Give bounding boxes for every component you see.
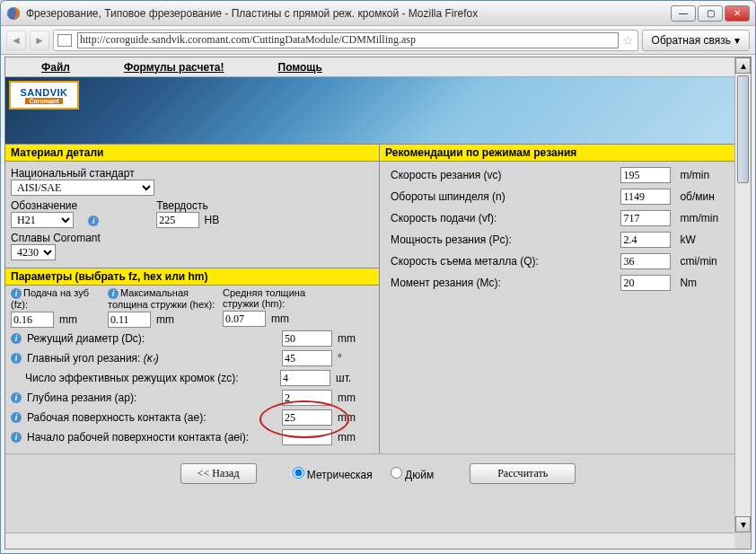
vf-label: Скорость подачи (vf): <box>387 208 615 228</box>
recommend-header: Рекомендации по режимам резания <box>380 144 751 162</box>
logo-text-bot: Coromant <box>25 98 62 104</box>
close-button[interactable]: ✕ <box>725 5 750 22</box>
back-nav-button[interactable]: ◄ <box>6 31 26 50</box>
banner: SANDVIK Coromant <box>5 77 751 144</box>
menu-formulas[interactable]: Формулы расчета! <box>124 61 224 74</box>
mc-unit: Nm <box>676 273 743 293</box>
n-unit: об/мин <box>676 187 743 207</box>
url-input[interactable] <box>77 32 619 48</box>
hm-input[interactable] <box>223 311 266 327</box>
fz-unit: mm <box>59 313 95 326</box>
aei-input[interactable] <box>282 429 332 445</box>
recommend-body: Скорость резания (vc)m/min Обороты шпинд… <box>380 162 751 300</box>
forward-nav-button[interactable]: ► <box>30 31 49 50</box>
hardness-input[interactable] <box>156 212 199 228</box>
q-output[interactable] <box>620 253 671 269</box>
vf-output[interactable] <box>620 210 671 226</box>
params-body: Подача на зуб (fz): mm Максимальная толщ… <box>5 286 379 453</box>
q-label: Скорость съема металла (Q): <box>387 251 615 271</box>
hm-label: Средняя толщина стружки (hm): <box>223 287 305 309</box>
alloy-select[interactable]: 4230 <box>11 244 56 260</box>
coroguide-app: Файл Формулы расчета! Помощь SANDVIK Cor… <box>5 57 751 493</box>
left-column: Материал детали Национальный стандарт AI… <box>5 144 380 453</box>
pc-label: Мощность резания (Pc): <box>387 230 615 250</box>
ap-label: Глубина резания (aр): <box>27 391 278 404</box>
aei-label: Начало рабочей поверхности контакта (aei… <box>27 431 278 444</box>
alloy-label: Сплавы Coromant <box>11 232 101 244</box>
info-icon[interactable] <box>11 412 22 423</box>
vc-unit: m/min <box>676 165 743 185</box>
metric-radio[interactable] <box>293 467 304 479</box>
dc-input[interactable] <box>282 330 332 347</box>
zc-label: Число эффективных режущих кромок (zc): <box>25 372 277 384</box>
params-header: Параметры (выбрать fz, hex или hm) <box>5 268 379 286</box>
ae-unit: mm <box>338 411 374 424</box>
scroll-down-button[interactable]: ▾ <box>735 516 751 532</box>
feedback-button[interactable]: Обратная связь ▾ <box>642 30 750 51</box>
info-icon[interactable] <box>11 392 22 403</box>
horizontal-scrollbar[interactable] <box>5 532 734 549</box>
firefox-icon <box>6 6 21 21</box>
url-bar[interactable]: ☆ <box>53 30 638 51</box>
hex-input[interactable] <box>108 312 151 328</box>
calculate-button[interactable]: Рассчитать <box>470 463 576 484</box>
menu-help[interactable]: Помощь <box>278 61 322 74</box>
titlebar: Фрезерование, Типовое фрезерование - Пла… <box>1 1 755 26</box>
ae-input[interactable] <box>282 409 332 426</box>
hard-unit: HB <box>205 214 220 226</box>
page-content: Файл Формулы расчета! Помощь SANDVIK Cor… <box>4 57 752 550</box>
std-label: Национальный стандарт <box>11 167 172 180</box>
hm-unit: mm <box>271 312 307 325</box>
vf-unit: mm/min <box>676 208 743 228</box>
dc-label: Режущий диаметр (Dc): <box>27 332 278 345</box>
desig-label: Обозначение <box>11 199 77 212</box>
back-button[interactable]: << Назад <box>180 463 257 484</box>
scroll-thumb[interactable] <box>737 75 749 183</box>
vertical-scrollbar[interactable]: ▴ ▾ <box>734 57 751 532</box>
hex-unit: mm <box>156 313 192 326</box>
menu-file[interactable]: Файл <box>41 61 70 74</box>
aei-unit: mm <box>338 431 374 444</box>
maximize-button[interactable]: ▢ <box>698 5 723 22</box>
metric-option[interactable]: Метрическая <box>293 467 373 481</box>
fz-label: Подача на зуб (fz): <box>11 287 89 310</box>
angle-unit: ° <box>338 352 374 365</box>
n-label: Обороты шпинделя (n) <box>387 187 615 207</box>
std-select[interactable]: AISI/SAE <box>11 180 154 196</box>
dc-unit: mm <box>338 332 374 345</box>
info-icon[interactable] <box>88 215 99 226</box>
mc-label: Момент резания (Mc): <box>387 273 615 293</box>
info-icon[interactable] <box>108 288 119 299</box>
info-icon[interactable] <box>11 353 22 364</box>
desig-select[interactable]: H21 <box>11 212 74 228</box>
angle-input[interactable] <box>282 350 332 366</box>
right-column: Рекомендации по режимам резания Скорость… <box>380 144 751 453</box>
zc-unit: шт. <box>336 372 372 384</box>
pc-output[interactable] <box>620 232 671 248</box>
bookmark-star-icon[interactable]: ☆ <box>622 33 634 48</box>
info-icon[interactable] <box>11 288 22 299</box>
fz-input[interactable] <box>11 312 54 328</box>
results-table: Скорость резания (vc)m/min Обороты шпинд… <box>385 163 745 295</box>
pc-unit: kW <box>676 230 743 250</box>
angle-label: Главный угол резания: (κᵣ) <box>27 352 278 365</box>
browser-toolbar: ◄ ► ☆ Обратная связь ▾ <box>1 26 755 55</box>
info-icon[interactable] <box>11 333 22 344</box>
logo-text-top: SANDVIK <box>20 87 67 98</box>
window-controls: — ▢ ✕ <box>671 5 750 22</box>
scroll-up-button[interactable]: ▴ <box>735 57 751 74</box>
main-columns: Материал детали Национальный стандарт AI… <box>5 144 751 453</box>
zc-input[interactable] <box>280 370 330 386</box>
app-menubar: Файл Формулы расчета! Помощь <box>5 57 751 77</box>
minimize-button[interactable]: — <box>671 5 696 22</box>
feedback-label: Обратная связь <box>652 34 731 47</box>
inch-option[interactable]: Дюйм <box>391 467 434 481</box>
inch-radio[interactable] <box>391 467 402 479</box>
info-icon[interactable] <box>11 432 22 443</box>
hex-label: Максимальная толщина стружки (hex): <box>108 287 215 310</box>
mc-output[interactable] <box>620 275 671 291</box>
vc-output[interactable] <box>620 167 671 183</box>
n-output[interactable] <box>620 189 671 205</box>
page-icon <box>57 34 72 47</box>
ap-input[interactable] <box>282 390 332 406</box>
